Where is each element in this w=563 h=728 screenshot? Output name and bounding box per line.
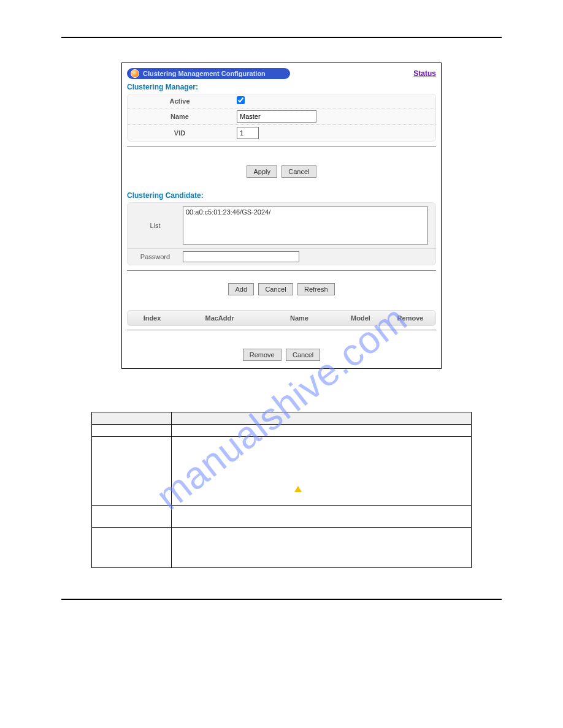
- panel-title: Clustering Management Configuration: [143, 70, 266, 77]
- divider-2: [127, 270, 436, 271]
- remove-button[interactable]: Remove: [243, 349, 282, 361]
- cancel-button-1[interactable]: Cancel: [282, 165, 316, 178]
- table-row: [92, 437, 472, 506]
- bottom-buttons: Remove Cancel: [127, 349, 436, 361]
- dt-label: [92, 506, 172, 528]
- row-password: Password: [128, 249, 435, 265]
- dt-header-label: [92, 412, 172, 425]
- candidate-section-title: Clustering Candidate:: [127, 191, 436, 200]
- dt-desc: [172, 506, 472, 528]
- orb-icon: [131, 69, 139, 78]
- warning-icon: [294, 486, 302, 492]
- apply-button[interactable]: Apply: [247, 165, 277, 178]
- dt-header-desc: [172, 412, 472, 425]
- candidate-list[interactable]: 00:a0:c5:01:23:46/GS-2024/: [183, 207, 428, 245]
- table-row: [92, 528, 472, 568]
- th-model: Model: [336, 311, 385, 325]
- screenshot-box: Clustering Management Configuration Stat…: [121, 63, 442, 369]
- panel-title-pill: Clustering Management Configuration: [127, 68, 290, 79]
- row-active: Active: [128, 94, 435, 108]
- table-row: [92, 425, 472, 437]
- label-vid: VID: [128, 129, 232, 137]
- table-row: [92, 506, 472, 528]
- vid-input[interactable]: [237, 127, 259, 139]
- label-password: Password: [128, 253, 183, 260]
- dt-label: [92, 425, 172, 437]
- dt-desc: [172, 528, 472, 568]
- manager-form: Active Name VID: [127, 94, 436, 142]
- label-active: Active: [128, 97, 232, 105]
- panel-header: Clustering Management Configuration Stat…: [127, 68, 436, 79]
- manager-section-title: Clustering Manager:: [127, 83, 436, 91]
- cancel-button-2[interactable]: Cancel: [258, 283, 293, 295]
- th-mac: MacAddr: [177, 311, 262, 325]
- cancel-button-3[interactable]: Cancel: [286, 349, 320, 361]
- divider-3: [127, 330, 436, 330]
- th-name: Name: [262, 311, 336, 325]
- table-row: [92, 412, 472, 425]
- dt-desc: [172, 437, 472, 506]
- manager-buttons: Apply Cancel: [127, 165, 436, 178]
- dt-label: [92, 528, 172, 568]
- add-button[interactable]: Add: [228, 283, 254, 295]
- candidate-form: List 00:a0:c5:01:23:46/GS-2024/ Password: [127, 202, 436, 265]
- description-table: [91, 412, 472, 568]
- password-input[interactable]: [183, 251, 299, 262]
- th-remove: Remove: [385, 311, 435, 325]
- status-link[interactable]: Status: [413, 69, 436, 78]
- dt-label: [92, 437, 172, 506]
- row-vid: VID: [128, 125, 435, 141]
- bottom-rule: [61, 599, 502, 600]
- refresh-button[interactable]: Refresh: [297, 283, 335, 295]
- row-list: List 00:a0:c5:01:23:46/GS-2024/: [128, 203, 435, 249]
- active-checkbox[interactable]: [237, 96, 245, 104]
- row-name: Name: [128, 108, 435, 125]
- cluster-table-header: Index MacAddr Name Model Remove: [127, 310, 436, 326]
- candidate-buttons: Add Cancel Refresh: [127, 283, 436, 295]
- label-list: List: [128, 222, 183, 229]
- dt-desc: [172, 425, 472, 437]
- top-rule: [61, 37, 502, 38]
- th-index: Index: [128, 311, 177, 325]
- name-input[interactable]: [237, 110, 316, 123]
- label-name: Name: [128, 113, 232, 120]
- list-item[interactable]: 00:a0:c5:01:23:46/GS-2024/: [186, 208, 425, 216]
- divider-1: [127, 146, 436, 147]
